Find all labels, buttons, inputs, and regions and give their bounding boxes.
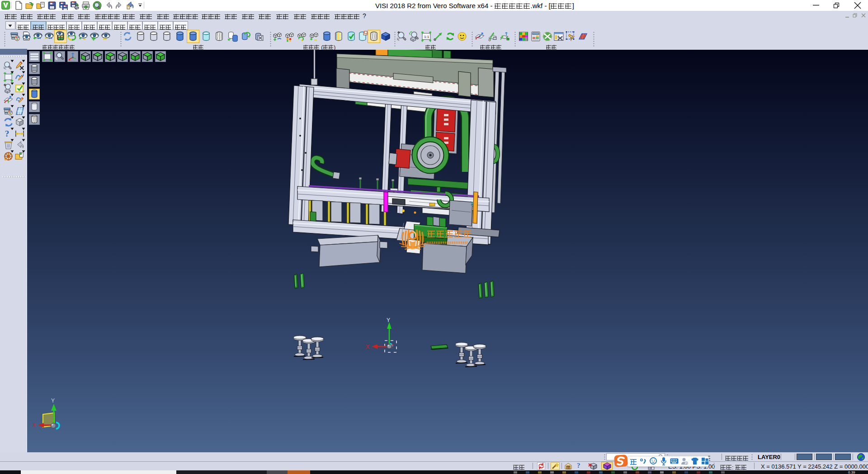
- svg-text:1:1: 1:1: [424, 35, 429, 39]
- svg-text:X: X: [33, 422, 36, 428]
- svg-text:X: X: [366, 344, 369, 350]
- svg-text:Y: Y: [51, 398, 55, 404]
- svg-text:Y: Y: [387, 317, 390, 323]
- svg-text:?: ?: [5, 129, 9, 138]
